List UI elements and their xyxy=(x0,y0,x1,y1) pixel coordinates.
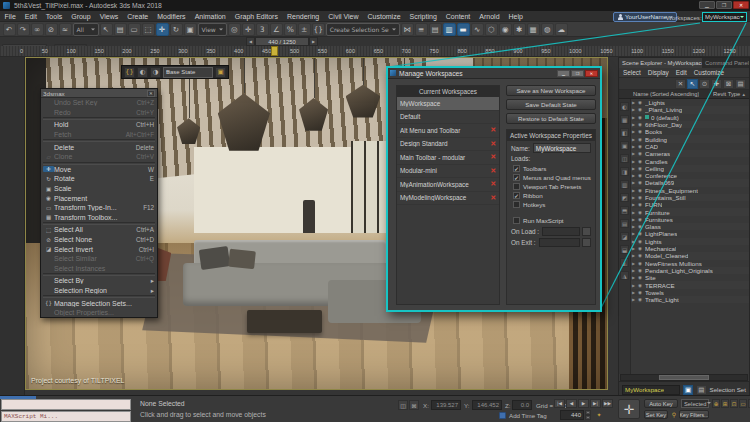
z-coordinate-field[interactable]: 0.0 xyxy=(512,400,532,410)
explorer-menu-item[interactable]: Display xyxy=(648,69,669,76)
material-editor-icon[interactable]: ◉ xyxy=(499,23,512,36)
quad-menu-item[interactable]: Undo Set Key Ctrl+Z xyxy=(41,98,157,108)
quad-menu-item[interactable]: Redo Ctrl+Y xyxy=(41,108,157,118)
filter-layers-icon[interactable]: ◮ xyxy=(620,271,629,280)
next-frame-arrow[interactable]: ▶ xyxy=(309,37,318,46)
state-sets-icon[interactable]: {} xyxy=(124,67,135,78)
scene-explorer-row[interactable]: Fountains_Still xyxy=(631,194,749,201)
checkbox[interactable] xyxy=(513,183,520,190)
select-by-name-icon[interactable]: ▤ xyxy=(114,23,127,36)
menu-item[interactable]: Animation xyxy=(190,13,230,20)
workspace-list-item[interactable]: MyAnimationWorkspace ✕ xyxy=(397,178,499,192)
visibility-eye-icon[interactable] xyxy=(638,210,645,215)
visibility-eye-icon[interactable] xyxy=(638,239,645,244)
menu-item[interactable]: Tools xyxy=(41,13,66,20)
quad-menu-item[interactable]: Hold Ctrl+H xyxy=(41,120,157,130)
visibility-eye-icon[interactable] xyxy=(638,137,645,142)
scene-explorer-row[interactable]: 6thFloor_Day xyxy=(631,121,749,128)
use-pivot-point-icon[interactable]: ◎ xyxy=(228,23,241,36)
visibility-eye-icon[interactable] xyxy=(638,100,645,105)
quad-menu-item[interactable]: Select Similar Ctrl+Q xyxy=(41,254,157,264)
clear-selection-icon[interactable]: ✕ xyxy=(675,79,686,89)
menu-item[interactable]: Views xyxy=(95,13,123,20)
menu-item[interactable]: Content xyxy=(441,13,475,20)
checkbox[interactable] xyxy=(513,174,520,181)
visibility-eye-icon[interactable] xyxy=(638,290,645,295)
delete-workspace-icon[interactable]: ✕ xyxy=(490,153,496,161)
menu-item[interactable]: Civil View xyxy=(324,13,363,20)
close-icon[interactable]: ✕ xyxy=(147,90,155,97)
loads-checkbox-row[interactable]: Toolbars xyxy=(513,164,595,173)
render-setup-icon[interactable]: ✱ xyxy=(513,23,526,36)
visibility-eye-icon[interactable] xyxy=(638,115,645,120)
filter-hidden-icon[interactable]: ◭ xyxy=(620,258,629,267)
workspace-name-input[interactable]: MyWorkspace xyxy=(533,143,591,153)
time-slider-handle[interactable] xyxy=(271,46,278,56)
bind-to-spacewarp-icon[interactable]: ≈ xyxy=(59,23,72,36)
dialog-action-button[interactable]: Save as New Workspace xyxy=(506,85,596,96)
scene-explorer-row[interactable]: Mechanical xyxy=(631,245,749,252)
workspace-list-item[interactable]: Modular-mini ✕ xyxy=(397,165,499,179)
workspace-dropdown[interactable]: MyWorkspace xyxy=(702,12,747,22)
filter-groups-icon[interactable]: ▥ xyxy=(620,180,629,189)
spinner-snap-icon[interactable]: ± xyxy=(298,23,311,36)
window-crossing-icon[interactable]: ⬚ xyxy=(142,23,155,36)
dialog-close-button[interactable]: ✕ xyxy=(585,70,598,77)
mirror-icon[interactable]: ⋈ xyxy=(401,23,414,36)
dialog-action-button[interactable]: Save Default State xyxy=(506,99,596,110)
quad-menu-item[interactable]: Selection Region ▸ xyxy=(41,286,157,296)
maxscript-listener-pink[interactable] xyxy=(1,399,131,410)
y-coordinate-field[interactable]: 146.452 xyxy=(472,400,502,410)
selection-lock-icon[interactable]: ⊠ xyxy=(409,400,419,410)
auto-key-button[interactable]: Auto Key xyxy=(644,399,678,408)
angle-snap-icon[interactable]: ∠ xyxy=(270,23,283,36)
zoom-region-icon[interactable]: ▭ xyxy=(739,399,747,408)
filter-helpers-icon[interactable]: ◫ xyxy=(620,154,629,163)
workspace-list-item[interactable]: Main Toolbar - modular ✕ xyxy=(397,151,499,165)
explorer-settings-icon[interactable]: ▤ xyxy=(735,79,746,89)
menu-item[interactable]: Scripting xyxy=(405,13,441,20)
a360-render-icon[interactable]: ☁ xyxy=(555,23,568,36)
ribbon-toggle-icon[interactable]: ▬ xyxy=(457,23,470,36)
scene-explorer-row[interactable]: Furnitures xyxy=(631,216,749,223)
state-render-icon[interactable]: ◑ xyxy=(150,67,161,78)
menu-item[interactable]: Edit xyxy=(20,13,41,20)
frame-spinner[interactable] xyxy=(585,410,591,420)
scene-explorer-tab[interactable]: Scene Explorer - MyWorkspace xyxy=(619,58,702,68)
scene-explorer-row[interactable]: LightPlanes xyxy=(631,230,749,237)
key-mode-icon[interactable]: ✦ xyxy=(595,410,603,419)
explorer-workspace-dropdown[interactable]: MyWorkspace xyxy=(622,385,680,395)
scene-explorer-row[interactable]: Candles xyxy=(631,157,749,164)
next-frame-button[interactable]: ▶| xyxy=(590,399,601,408)
layer-manager-icon[interactable]: ▤ xyxy=(429,23,442,36)
menu-item[interactable]: Graph Editors xyxy=(230,13,282,20)
filter-lights-icon[interactable]: ◧ xyxy=(620,128,629,137)
key-filters-button[interactable]: Key Filters... xyxy=(679,410,709,419)
quad-menu-item[interactable]: ✛ Move W xyxy=(41,165,157,175)
explorer-menu-item[interactable]: Edit xyxy=(676,69,687,76)
visibility-eye-icon[interactable] xyxy=(638,275,645,280)
menu-item[interactable]: Modifiers xyxy=(153,13,190,20)
scrollbar-thumb[interactable] xyxy=(659,375,709,380)
visibility-eye-icon[interactable] xyxy=(638,261,645,266)
visibility-eye-icon[interactable] xyxy=(638,129,645,134)
filter-cameras-icon[interactable]: ▣ xyxy=(620,141,629,150)
on-exit-input[interactable] xyxy=(539,238,580,247)
align-icon[interactable]: ≡ xyxy=(415,23,428,36)
quad-menu-item[interactable]: Object Properties... xyxy=(41,308,157,318)
scene-explorer-row[interactable]: Building xyxy=(631,135,749,142)
filter-bones-icon[interactable]: ⬒ xyxy=(620,206,629,215)
select-and-scale-icon[interactable]: ▣ xyxy=(184,23,197,36)
unlink-selection-icon[interactable]: ⊘ xyxy=(45,23,58,36)
explorer-menu-item[interactable]: Customize xyxy=(694,69,724,76)
filter-spacewarps-icon[interactable]: ◨ xyxy=(620,167,629,176)
scene-explorer-row[interactable]: CAD xyxy=(631,143,749,150)
visibility-eye-icon[interactable] xyxy=(638,202,645,207)
menu-item[interactable]: File xyxy=(0,13,20,20)
previous-frame-arrow[interactable]: ◀ xyxy=(246,37,255,46)
quad-menu-item[interactable]: {} Manage Selection Sets... xyxy=(41,298,157,308)
scene-explorer-row[interactable]: Fitness_Equipment xyxy=(631,187,749,194)
quad-menu-item[interactable]: ↻ Rotate E xyxy=(41,174,157,184)
select-and-manipulate-icon[interactable]: ✛ xyxy=(242,23,255,36)
scene-explorer-row[interactable]: Furniture xyxy=(631,208,749,215)
